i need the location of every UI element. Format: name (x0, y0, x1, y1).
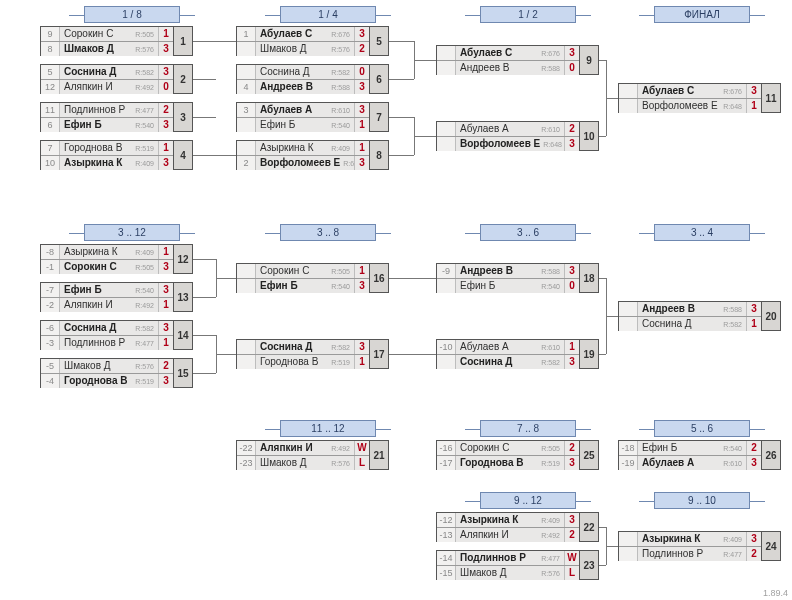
player-rating: R:492 (135, 299, 154, 312)
match-player-row: -18Ефин БR:5402 (619, 441, 761, 456)
player-seed: 8 (41, 42, 60, 56)
player-name: Ефин Б (260, 118, 295, 132)
bracket-line (606, 546, 618, 547)
match: -14Подлиннов РR:477W-15Шмаков ДR:576L23 (436, 550, 599, 580)
player-seed: 6 (41, 118, 60, 132)
match-core: -18Ефин БR:5402-19Абулаев АR:6103 (618, 440, 762, 470)
player-name: Абулаев С (642, 84, 694, 98)
player-name: Сорокин С (64, 260, 117, 274)
match: -7Ефин БR:5403-2Аляпкин ИR:492113 (40, 282, 193, 312)
bracket-line (388, 278, 436, 279)
player-seed: -4 (41, 374, 60, 388)
player-name-cell: Ворфоломеев ЕR:648 (456, 137, 564, 151)
player-name: Шмаков Д (260, 42, 307, 56)
match: Абулаев СR:6763Андреев ВR:58809 (436, 45, 599, 75)
match-number: 17 (370, 339, 389, 369)
match: Азыркина КR:4093Подлиннов РR:477224 (618, 531, 781, 561)
player-seed (237, 340, 256, 354)
bracket-line (388, 354, 436, 355)
match: 9Сорокин СR:50518Шмаков ДR:57631 (40, 26, 193, 56)
bracket-line (414, 136, 436, 137)
player-rating: R:588 (541, 62, 560, 75)
player-name-cell: Аляпкин ИR:492 (256, 441, 354, 455)
player-score: 1 (354, 355, 369, 369)
player-rating: R:505 (541, 442, 560, 455)
player-name: Соснина Д (642, 317, 692, 331)
player-name-cell: Ефин БR:540 (638, 441, 746, 455)
player-name-cell: Абулаев СR:676 (256, 27, 354, 41)
match-player-row: -10Абулаев АR:6101 (437, 340, 579, 355)
player-name-cell: Аляпкин ИR:492 (60, 298, 158, 312)
match-player-row: Ефин БR:5401 (237, 118, 369, 132)
player-seed: -22 (237, 441, 256, 455)
player-rating: R:409 (135, 246, 154, 259)
match-player-row: -2Аляпкин ИR:4921 (41, 298, 173, 312)
player-name-cell: Шмаков ДR:576 (456, 566, 564, 580)
player-seed: -10 (437, 340, 456, 354)
match-player-row: -16Сорокин СR:5052 (437, 441, 579, 456)
match-core: 1Абулаев СR:6763Шмаков ДR:5762 (236, 26, 370, 56)
player-score: 1 (158, 141, 173, 155)
player-name-cell: Ворфоломеев ЕR:648 (256, 156, 354, 170)
match-player-row: -13Аляпкин ИR:4922 (437, 528, 579, 542)
match-player-row: Шмаков ДR:5762 (237, 42, 369, 56)
player-seed (619, 302, 638, 316)
player-name-cell: Соснина ДR:582 (60, 321, 158, 335)
match-player-row: -9Андреев ВR:5883 (437, 264, 579, 279)
player-name-cell: Соснина ДR:582 (256, 340, 354, 354)
player-seed: -6 (41, 321, 60, 335)
match: -9Андреев ВR:5883Ефин БR:540018 (436, 263, 599, 293)
player-score: 3 (746, 456, 761, 470)
match: 5Соснина ДR:582312Аляпкин ИR:49202 (40, 64, 193, 94)
player-score: 2 (564, 122, 579, 136)
player-name: Азыркина К (260, 141, 314, 155)
match: -8Азыркина КR:4091-1Сорокин СR:505312 (40, 244, 193, 274)
player-name: Ворфоломеев Е (642, 99, 718, 113)
round-label: 9 .. 12 (480, 492, 576, 509)
bracket-line (192, 117, 216, 118)
player-seed: 9 (41, 27, 60, 41)
player-name: Абулаев С (260, 27, 312, 41)
player-name: Андреев В (460, 61, 509, 75)
player-name: Ворфоломеев Е (260, 156, 340, 170)
player-seed: -5 (41, 359, 60, 373)
player-name: Ефин Б (260, 279, 298, 293)
player-score: 3 (564, 513, 579, 527)
player-seed (237, 118, 256, 132)
player-seed: -15 (437, 566, 456, 580)
player-rating: R:610 (331, 104, 350, 117)
player-rating: R:492 (135, 81, 154, 94)
player-name-cell: Подлиннов РR:477 (456, 551, 564, 565)
player-name: Ворфоломеев Е (460, 137, 540, 151)
player-rating: R:588 (541, 265, 560, 278)
player-rating: R:519 (331, 356, 350, 369)
match-core: 11Подлиннов РR:47726Ефин БR:5403 (40, 102, 174, 132)
match-number: 10 (580, 121, 599, 151)
player-score: 3 (746, 532, 761, 546)
player-seed (237, 279, 256, 293)
player-rating: R:540 (135, 284, 154, 297)
player-name-cell: Андреев ВR:588 (456, 264, 564, 278)
match: -12Азыркина КR:4093-13Аляпкин ИR:492222 (436, 512, 599, 542)
match-player-row: -15Шмаков ДR:576L (437, 566, 579, 580)
player-name-cell: Соснина ДR:582 (456, 355, 564, 369)
player-rating: R:540 (723, 442, 742, 455)
player-score: 3 (354, 27, 369, 41)
player-seed: 1 (237, 27, 256, 41)
player-score: 3 (158, 156, 173, 170)
player-score: 0 (158, 80, 173, 94)
player-name-cell: Шмаков ДR:576 (256, 42, 354, 56)
player-name-cell: Абулаев АR:610 (456, 122, 564, 136)
bracket-line (606, 316, 618, 317)
match-number: 15 (174, 358, 193, 388)
player-score: 3 (354, 279, 369, 293)
bracket-line (192, 259, 216, 260)
player-rating: R:576 (135, 43, 154, 56)
player-score: 3 (354, 340, 369, 354)
player-name-cell: Городнова ВR:519 (456, 456, 564, 470)
match: -10Абулаев АR:6101Соснина ДR:582319 (436, 339, 599, 369)
match-number: 4 (174, 140, 193, 170)
match-number: 2 (174, 64, 193, 94)
match-number: 26 (762, 440, 781, 470)
player-name-cell: Шмаков ДR:576 (60, 42, 158, 56)
